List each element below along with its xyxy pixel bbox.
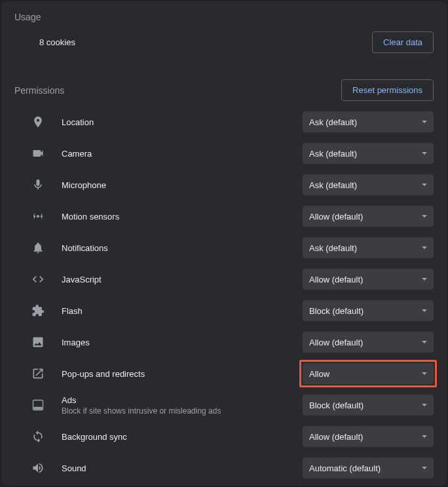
permission-row-camera: CameraAsk (default): [14, 138, 434, 169]
permissions-section-header: Permissions Reset permissions: [1, 68, 447, 106]
permission-label-wrap: JavaScript: [62, 275, 303, 284]
chevron-down-icon: [422, 121, 427, 123]
chevron-down-icon: [422, 246, 427, 249]
permission-label: Notifications: [62, 243, 303, 253]
permission-label: Pop-ups and redirects: [62, 369, 303, 379]
usage-title: Usage: [14, 12, 41, 22]
svg-point-1: [37, 215, 39, 218]
permission-label-wrap: AdsBlock if site shows intrusive or misl…: [62, 395, 303, 416]
permission-select-javascript[interactable]: Allow (default): [303, 269, 434, 290]
popups-icon: [30, 366, 46, 381]
chevron-down-icon: [422, 215, 427, 218]
permission-value: Allow (default): [309, 432, 363, 442]
cookies-count: 8 cookies: [39, 37, 75, 47]
permission-select-images[interactable]: Allow (default): [303, 332, 434, 353]
permission-select-notifications[interactable]: Ask (default): [303, 237, 434, 258]
chevron-down-icon: [422, 404, 427, 406]
permission-label-wrap: Camera: [62, 149, 303, 159]
ads-icon: [30, 397, 46, 413]
permission-label: Ads: [62, 395, 303, 405]
chevron-down-icon: [422, 184, 427, 186]
permission-row-motion: Motion sensorsAllow (default): [14, 201, 434, 232]
permission-label: Images: [62, 338, 303, 347]
microphone-icon: [30, 177, 46, 193]
permission-value: Allow (default): [309, 338, 363, 347]
clear-data-button[interactable]: Clear data: [372, 31, 434, 53]
permission-select-camera[interactable]: Ask (default): [303, 143, 434, 164]
permission-label-wrap: Location: [62, 117, 303, 127]
permission-select-microphone[interactable]: Ask (default): [303, 174, 434, 195]
permission-select-sound[interactable]: Automatic (default): [303, 458, 434, 478]
sound-icon: [30, 460, 46, 476]
permission-value: Ask (default): [309, 243, 357, 253]
permission-label: Motion sensors: [62, 212, 303, 222]
permission-value: Automatic (default): [309, 463, 381, 473]
flash-icon: [30, 303, 46, 319]
svg-rect-3: [34, 407, 42, 409]
permission-select-flash[interactable]: Block (default): [303, 300, 434, 321]
location-icon: [30, 114, 46, 130]
permission-row-popups: Pop-ups and redirectsAllow: [14, 358, 434, 389]
usage-section-header: Usage: [1, 1, 447, 29]
permission-value: Allow (default): [309, 212, 363, 222]
permission-label: Background sync: [62, 432, 303, 442]
permissions-list: LocationAsk (default)CameraAsk (default)…: [1, 106, 447, 484]
notifications-icon: [30, 240, 46, 256]
permission-row-notifications: NotificationsAsk (default): [14, 232, 434, 263]
permission-label-wrap: Flash: [62, 306, 303, 316]
permission-label-wrap: Motion sensors: [62, 212, 303, 222]
permission-row-microphone: MicrophoneAsk (default): [14, 169, 434, 201]
highlight-box: Allow: [299, 360, 437, 387]
permission-label: Microphone: [62, 180, 303, 190]
permissions-title: Permissions: [14, 85, 64, 96]
permission-row-sound: SoundAutomatic (default): [14, 452, 434, 484]
permission-row-javascript: JavaScriptAllow (default): [14, 263, 434, 295]
usage-row: 8 cookies Clear data: [1, 29, 447, 68]
motion-icon: [30, 208, 46, 224]
permission-value: Ask (default): [309, 149, 357, 159]
permission-label: JavaScript: [62, 275, 303, 284]
permission-row-location: LocationAsk (default): [14, 106, 434, 138]
permission-label-wrap: Background sync: [62, 432, 303, 442]
permission-value: Ask (default): [309, 117, 357, 127]
permission-label-wrap: Images: [62, 338, 303, 347]
permission-row-flash: FlashBlock (default): [14, 295, 434, 326]
camera-icon: [30, 146, 46, 161]
chevron-down-icon: [422, 309, 427, 312]
permission-label-wrap: Notifications: [62, 243, 303, 253]
chevron-down-icon: [422, 467, 427, 469]
permission-label: Location: [62, 117, 303, 127]
permission-label-wrap: Microphone: [62, 180, 303, 190]
permission-label: Flash: [62, 306, 303, 316]
permission-row-ads: AdsBlock if site shows intrusive or misl…: [14, 389, 434, 421]
permission-value: Ask (default): [309, 180, 357, 190]
settings-panel: Usage 8 cookies Clear data Permissions R…: [1, 1, 447, 486]
permission-select-location[interactable]: Ask (default): [303, 111, 434, 132]
permission-value: Block (default): [309, 306, 364, 316]
chevron-down-icon: [422, 372, 427, 375]
permission-sublabel: Block if site shows intrusive or mislead…: [62, 406, 303, 416]
reset-permissions-button[interactable]: Reset permissions: [341, 79, 434, 101]
permission-label: Camera: [62, 149, 303, 159]
chevron-down-icon: [422, 435, 427, 438]
chevron-down-icon: [422, 278, 427, 281]
permission-label: Sound: [62, 463, 303, 473]
permission-label-wrap: Pop-ups and redirects: [62, 369, 303, 379]
permission-row-images: ImagesAllow (default): [14, 326, 434, 358]
permission-select-ads[interactable]: Block (default): [303, 395, 434, 416]
sync-icon: [30, 429, 46, 444]
images-icon: [30, 334, 46, 350]
chevron-down-icon: [422, 341, 427, 343]
permission-select-sync[interactable]: Allow (default): [303, 426, 434, 447]
chevron-down-icon: [422, 152, 427, 155]
permission-row-sync: Background syncAllow (default): [14, 421, 434, 452]
permission-value: Allow (default): [309, 275, 363, 284]
permission-select-popups[interactable]: Allow: [303, 363, 434, 384]
javascript-icon: [30, 271, 46, 287]
permission-select-motion[interactable]: Allow (default): [303, 206, 434, 227]
permission-label-wrap: Sound: [62, 463, 303, 473]
permission-value: Allow: [309, 369, 329, 379]
permission-value: Block (default): [309, 400, 364, 410]
